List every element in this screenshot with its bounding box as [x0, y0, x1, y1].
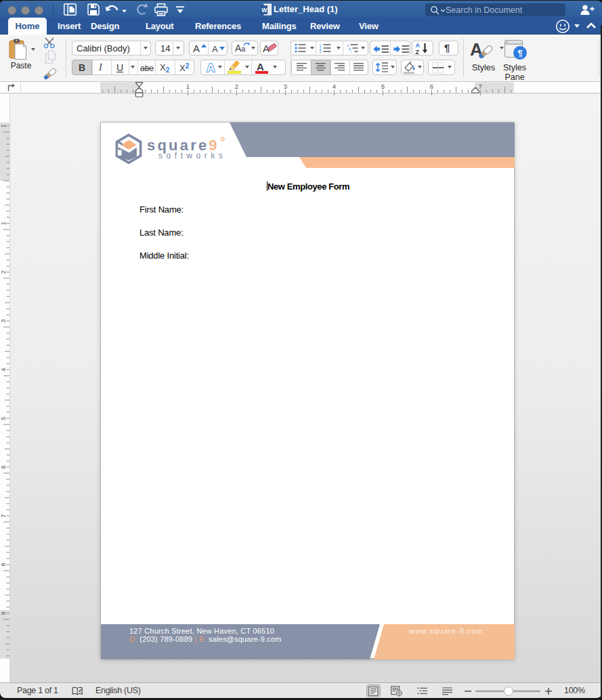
svg-text:i: i: [351, 49, 351, 53]
svg-text:3: 3: [284, 83, 287, 90]
svg-text:Z: Z: [416, 49, 420, 56]
svg-text:1: 1: [186, 83, 190, 90]
svg-text:2: 2: [0, 270, 7, 274]
svg-text:3: 3: [320, 49, 322, 53]
svg-text:8: 8: [0, 563, 7, 566]
svg-text:softworks: softworks: [158, 151, 226, 160]
svg-text:1: 1: [0, 221, 7, 225]
svg-text:9: 9: [0, 611, 7, 615]
svg-text:4: 4: [0, 368, 7, 371]
svg-text:6: 6: [430, 83, 433, 90]
svg-text:A: A: [207, 62, 215, 74]
svg-text:5: 5: [381, 83, 385, 90]
svg-text:6: 6: [0, 465, 7, 468]
svg-text:7: 7: [479, 83, 482, 90]
svg-text:3: 3: [0, 319, 7, 322]
svg-text:A: A: [416, 42, 421, 49]
svg-text:2: 2: [235, 83, 238, 90]
svg-text:5: 5: [0, 416, 7, 420]
svg-text:4: 4: [332, 83, 336, 90]
svg-text:1: 1: [0, 124, 7, 127]
svg-text:7: 7: [0, 514, 7, 517]
svg-text:W: W: [261, 7, 267, 14]
svg-text:¶: ¶: [518, 48, 523, 58]
